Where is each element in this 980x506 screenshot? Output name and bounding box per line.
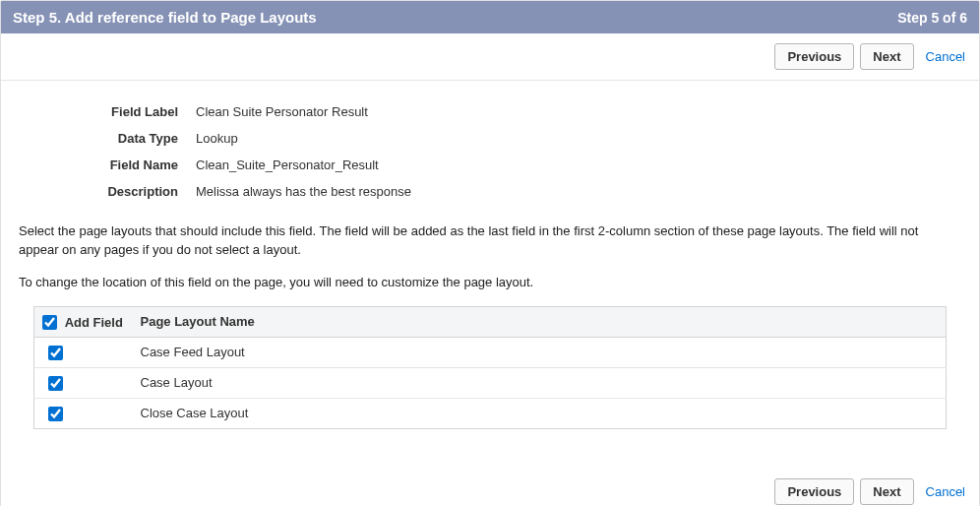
def-label: Field Label [78,104,196,119]
def-label: Field Name [78,158,196,172]
wizard-container: Step 5. Add reference field to Page Layo… [0,0,980,506]
addfield-header-label: Add Field [65,315,123,330]
def-value-description: Melissa always has the best response [196,184,411,199]
def-value-field-label: Clean Suite Personator Result [196,104,368,119]
spacer [19,429,961,459]
table-header-layoutname: Page Layout Name [133,306,947,337]
def-row-field-label: Field Label Clean Suite Personator Resul… [78,98,961,125]
table-row: Case Feed Layout [34,337,947,367]
row-checkbox[interactable] [48,376,63,391]
table-header-addfield: Add Field [34,306,133,337]
step-indicator: Step 5 of 6 [897,10,967,26]
layout-name-cell: Close Case Layout [133,398,947,428]
table-row: Case Layout [34,367,947,398]
def-row-description: Description Melissa always has the best … [78,178,961,205]
def-value-data-type: Lookup [196,131,238,146]
definition-list: Field Label Clean Suite Personator Resul… [78,98,961,205]
cancel-link[interactable]: Cancel [926,484,965,499]
cancel-link[interactable]: Cancel [926,49,965,64]
def-value-field-name: Clean_Suite_Personator_Result [196,158,379,172]
layout-name-cell: Case Feed Layout [133,337,947,367]
instructions-para-2: To change the location of this field on … [19,274,961,292]
next-button[interactable]: Next [860,43,913,70]
wizard-header: Step 5. Add reference field to Page Layo… [1,1,979,33]
select-all-checkbox[interactable] [42,315,57,330]
table-row: Close Case Layout [34,398,947,428]
next-button[interactable]: Next [860,478,913,505]
toolbar-top: Previous Next Cancel [1,33,979,81]
def-label: Data Type [78,131,196,146]
def-label: Description [78,184,196,199]
previous-button[interactable]: Previous [774,43,854,70]
content-area: Field Label Clean Suite Personator Resul… [1,81,979,469]
instructions-para-1: Select the page layouts that should incl… [19,222,961,260]
toolbar-bottom: Previous Next Cancel [1,469,979,506]
layout-name-cell: Case Layout [133,367,947,398]
previous-button[interactable]: Previous [774,478,854,505]
wizard-title: Step 5. Add reference field to Page Layo… [13,9,317,26]
row-checkbox[interactable] [48,407,63,421]
page-layout-table: Add Field Page Layout Name Case Feed Lay… [33,306,947,429]
def-row-data-type: Data Type Lookup [78,125,961,152]
row-checkbox[interactable] [48,346,63,360]
def-row-field-name: Field Name Clean_Suite_Personator_Result [78,152,961,178]
